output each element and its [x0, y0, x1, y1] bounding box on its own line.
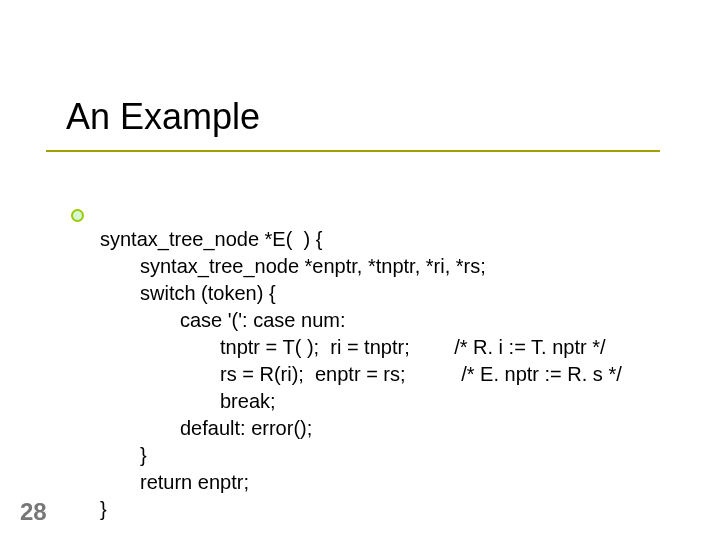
- code-line-10: return enptr;: [100, 469, 249, 496]
- slide: An Example syntax_tree_node *E( ) { synt…: [0, 0, 720, 540]
- code-block: syntax_tree_node *E( ) { syntax_tree_nod…: [100, 199, 622, 523]
- page-number: 28: [20, 498, 47, 526]
- code-line-4: case '(': case num:: [100, 307, 345, 334]
- code-line-6: rs = R(ri); enptr = rs; /* E. nptr := R.…: [100, 361, 622, 388]
- code-line-7: break;: [100, 388, 276, 415]
- code-line-8: default: error();: [100, 415, 312, 442]
- code-line-9: }: [100, 442, 147, 469]
- code-line-1: syntax_tree_node *E( ) {: [100, 228, 322, 250]
- bullet-icon: [71, 209, 84, 222]
- code-line-11: }: [100, 498, 107, 520]
- slide-title: An Example: [66, 96, 260, 138]
- code-line-5: tnptr = T( ); ri = tnptr; /* R. i := T. …: [100, 334, 606, 361]
- code-line-3: switch (token) {: [100, 280, 276, 307]
- title-underline: [46, 150, 660, 152]
- code-line-2: syntax_tree_node *enptr, *tnptr, *ri, *r…: [100, 253, 486, 280]
